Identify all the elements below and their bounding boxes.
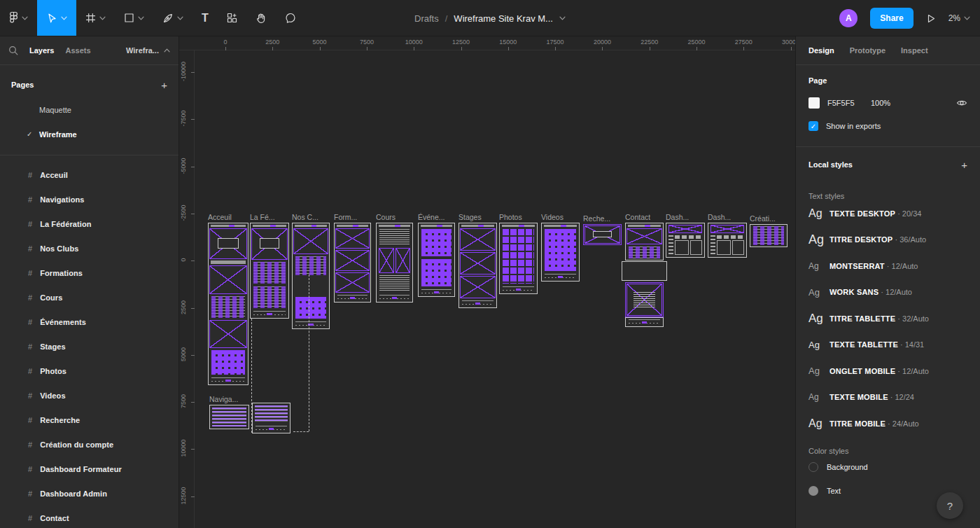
zoom-menu[interactable]: 2% — [948, 13, 970, 23]
text-style-name: TITRE TABLETTE — [830, 314, 895, 323]
sidebar-frame-item[interactable]: #Cours — [0, 285, 178, 310]
tab-layers[interactable]: Layers — [29, 46, 54, 55]
canvas-frame-crati[interactable]: Créati... — [750, 224, 788, 247]
frame-icon: # — [28, 367, 32, 375]
tab-design[interactable]: Design — [808, 46, 834, 55]
text-style-row[interactable]: AgMONTSERRAT · 12/Auto — [808, 253, 967, 279]
text-style-row[interactable]: AgTEXTE DESKTOP · 20/34 — [808, 200, 967, 227]
canvas-frame[interactable] — [625, 282, 664, 317]
canvas-frame-vne[interactable]: Événe... — [418, 223, 455, 297]
sidebar-frame-item[interactable]: #Photos — [0, 359, 178, 383]
frame-title: Nos C... — [292, 213, 318, 221]
sidebar-frame-item[interactable]: #Acceuil — [0, 162, 178, 187]
page-opacity[interactable]: 100% — [871, 99, 890, 107]
frame-title: Cours — [376, 213, 396, 221]
pen-tool[interactable] — [153, 0, 192, 36]
sidebar-frame-item[interactable]: #Événements — [0, 310, 178, 334]
canvas-frame-acceuil[interactable]: Acceuil — [208, 223, 248, 385]
canvas-frame-stages[interactable]: Stages — [458, 223, 497, 308]
text-tool[interactable]: T — [192, 0, 218, 36]
checkbox-checked[interactable]: ✓ — [808, 121, 818, 131]
canvas[interactable]: AcceuilLa Fé...Nos C...Form...CoursÉvéne… — [179, 36, 795, 528]
tab-prototype[interactable]: Prototype — [850, 46, 886, 55]
page-section: Page F5F5F5 100% ✓ Show in exports — [796, 65, 980, 147]
canvas-frame-naviga[interactable]: Naviga... — [209, 405, 249, 429]
avatar[interactable]: A — [839, 9, 858, 27]
text-style-value: · 12/Auto — [895, 367, 929, 375]
canvas-frame[interactable] — [252, 403, 290, 433]
wireframe-block — [629, 246, 660, 258]
canvas-frame-reche[interactable]: Reche... — [583, 224, 622, 245]
text-style-row[interactable]: AgTEXTE TABLETTE · 14/31 — [808, 332, 967, 359]
ruler-tick — [191, 72, 195, 73]
main-menu[interactable] — [0, 0, 37, 36]
page-switcher[interactable]: Wirefra... — [126, 46, 170, 55]
topbar-right: A Share 2% — [839, 0, 970, 36]
color-style-row[interactable]: Background — [808, 455, 967, 479]
present-icon[interactable] — [926, 13, 936, 24]
page-color-hex[interactable]: F5F5F5 — [827, 99, 871, 107]
canvas-frame-laf[interactable]: La Fé... — [250, 223, 289, 319]
color-swatch[interactable] — [808, 97, 820, 109]
search-icon[interactable] — [8, 46, 18, 55]
tab-inspect[interactable]: Inspect — [901, 46, 928, 55]
page-item-maquette[interactable]: Maquette — [0, 97, 178, 122]
chevron-down-icon[interactable] — [559, 16, 566, 20]
text-style-row[interactable]: AgONGLET MOBILE · 12/Auto — [808, 358, 967, 384]
v-ruler-label: -5000 — [180, 151, 187, 181]
sidebar-frame-item[interactable]: #Nos Clubs — [0, 236, 178, 260]
wireframe-block — [295, 225, 327, 227]
frame-icon: # — [28, 489, 32, 498]
sidebar-frame-item[interactable]: #Navigations — [0, 187, 178, 211]
canvas-frame-nosc[interactable]: Nos C... — [292, 223, 330, 329]
canvas-frame-form[interactable]: Form... — [334, 223, 371, 303]
canvas-frame-videos[interactable]: Videos — [541, 223, 580, 282]
canvas-frame-photos[interactable]: Photos — [499, 223, 538, 294]
canvas-frame-dash[interactable]: Dash... — [708, 223, 747, 258]
wireframe-block — [460, 276, 496, 298]
frame-item-label: Événements — [40, 318, 86, 326]
hand-tool[interactable] — [246, 0, 276, 36]
sidebar-frame-item[interactable]: #Contact — [0, 506, 178, 528]
breadcrumb-folder[interactable]: Drafts — [414, 13, 439, 24]
text-style-sample: Ag — [808, 287, 830, 298]
move-tool[interactable] — [37, 0, 76, 36]
h-ruler-label: 27500 — [735, 39, 752, 46]
file-title[interactable]: Wireframe Site Krav M... — [454, 13, 553, 24]
shape-tool[interactable] — [115, 0, 153, 36]
comment-tool[interactable] — [276, 0, 305, 36]
wireframe-block — [209, 228, 247, 259]
text-style-row[interactable]: AgTITRE TABLETTE · 32/Auto — [808, 305, 967, 332]
text-style-row[interactable]: AgWORK SANS · 12/Auto — [808, 279, 967, 306]
sidebar-frame-item[interactable]: #Dashboard Admin — [0, 481, 178, 506]
text-style-row[interactable]: AgTITRE DESKTOP · 36/Auto — [808, 227, 967, 253]
sidebar-frame-item[interactable]: #Stages — [0, 334, 178, 359]
sidebar-frame-item[interactable]: #La Fédération — [0, 211, 178, 236]
text-style-row[interactable]: AgTEXTE MOBILE · 12/24 — [808, 384, 967, 411]
tab-assets[interactable]: Assets — [65, 46, 90, 55]
sidebar-frame-item[interactable]: #Dashboard Formateur — [0, 457, 178, 481]
component-tool[interactable] — [218, 0, 246, 36]
h-ruler-label: 30000 — [782, 39, 795, 46]
sidebar-frame-item[interactable]: #Formations — [0, 260, 178, 285]
share-button[interactable]: Share — [870, 8, 913, 29]
canvas-frame-dash[interactable]: Dash... — [666, 223, 705, 258]
eye-icon[interactable] — [956, 99, 967, 107]
page-item-wireframe[interactable]: ✓Wireframe — [0, 122, 178, 146]
canvas-frame-contact[interactable]: Contact — [625, 223, 664, 260]
sidebar-frame-item[interactable]: #Création du compte — [0, 432, 178, 457]
canvas-frame-cours[interactable]: Cours — [376, 223, 413, 303]
add-page-button[interactable]: + — [161, 80, 167, 90]
sidebar-frame-item[interactable]: #Videos — [0, 383, 178, 408]
frame-tool[interactable] — [76, 0, 115, 36]
add-style-button[interactable]: + — [961, 160, 967, 170]
help-button[interactable]: ? — [937, 492, 963, 519]
wireframe-main — [717, 235, 744, 255]
ruler-tick — [367, 47, 368, 50]
flow-connector — [293, 431, 309, 432]
show-in-exports-row[interactable]: ✓ Show in exports — [808, 121, 967, 131]
canvas-frame[interactable] — [622, 261, 667, 281]
canvas-frame[interactable] — [625, 317, 664, 327]
text-style-row[interactable]: AgTITRE MOBILE · 24/Auto — [808, 410, 967, 437]
sidebar-frame-item[interactable]: #Recherche — [0, 408, 178, 432]
